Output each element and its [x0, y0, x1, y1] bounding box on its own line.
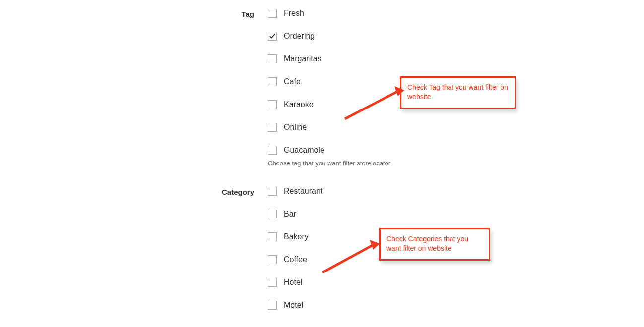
- checkbox-icon[interactable]: [268, 255, 277, 264]
- tag-item-cafe[interactable]: Cafe: [268, 77, 417, 86]
- category-item-motel[interactable]: Motel: [268, 301, 417, 310]
- tag-checkbox-group: Fresh Ordering Margaritas Cafe Karaoke: [268, 9, 417, 155]
- checkbox-icon[interactable]: [268, 123, 277, 132]
- category-label: Motel: [284, 301, 303, 310]
- tag-label: Cafe: [284, 77, 301, 86]
- field-content-tag: Fresh Ordering Margaritas Cafe Karaoke: [268, 9, 417, 182]
- checkbox-icon[interactable]: [268, 210, 277, 218]
- field-label-tag: Tag: [0, 9, 268, 19]
- checkbox-icon[interactable]: [268, 100, 277, 109]
- category-item-restaurant[interactable]: Restaurant: [268, 187, 417, 196]
- tag-item-online[interactable]: Online: [268, 123, 417, 132]
- field-tag: Tag Fresh Ordering Margaritas Cafe: [0, 9, 644, 182]
- tag-label: Guacamole: [284, 146, 324, 155]
- tag-help-text: Choose tag that you want filter storeloc…: [268, 160, 417, 167]
- annotation-text: Check Tag that you want filter on websit…: [407, 83, 508, 101]
- tag-label: Ordering: [284, 32, 315, 41]
- category-label: Coffee: [284, 255, 307, 264]
- annotation-callout-tag: Check Tag that you want filter on websit…: [400, 76, 516, 109]
- checkbox-icon[interactable]: [268, 278, 277, 287]
- category-label: Bakery: [284, 232, 309, 241]
- tag-item-guacamole[interactable]: Guacamole: [268, 146, 417, 155]
- category-label: Bar: [284, 210, 296, 218]
- field-label-category: Category: [0, 187, 268, 197]
- category-item-bar[interactable]: Bar: [268, 210, 417, 218]
- checkbox-icon[interactable]: [268, 54, 277, 63]
- category-item-hotel[interactable]: Hotel: [268, 278, 417, 287]
- tag-label: Fresh: [284, 9, 304, 18]
- tag-label: Karaoke: [284, 100, 314, 109]
- tag-label: Online: [284, 123, 307, 132]
- category-label: Hotel: [284, 278, 302, 287]
- checkbox-icon[interactable]: [268, 146, 277, 155]
- tag-item-ordering[interactable]: Ordering: [268, 32, 417, 41]
- category-label: Restaurant: [284, 187, 322, 196]
- checkbox-icon[interactable]: [268, 9, 277, 18]
- annotation-text: Check Categories that you want filter on…: [386, 235, 468, 252]
- field-category: Category Restaurant Bar Bakery Coffee: [0, 187, 644, 315]
- checkbox-icon[interactable]: [268, 301, 277, 310]
- checkbox-icon[interactable]: [268, 77, 277, 86]
- checkbox-icon[interactable]: [268, 232, 277, 241]
- tag-label: Margaritas: [284, 54, 322, 63]
- tag-item-fresh[interactable]: Fresh: [268, 9, 417, 18]
- checkbox-icon[interactable]: [268, 32, 277, 41]
- tag-item-margaritas[interactable]: Margaritas: [268, 54, 417, 63]
- annotation-callout-category: Check Categories that you want filter on…: [379, 228, 490, 261]
- checkbox-icon[interactable]: [268, 187, 277, 196]
- tag-item-karaoke[interactable]: Karaoke: [268, 100, 417, 109]
